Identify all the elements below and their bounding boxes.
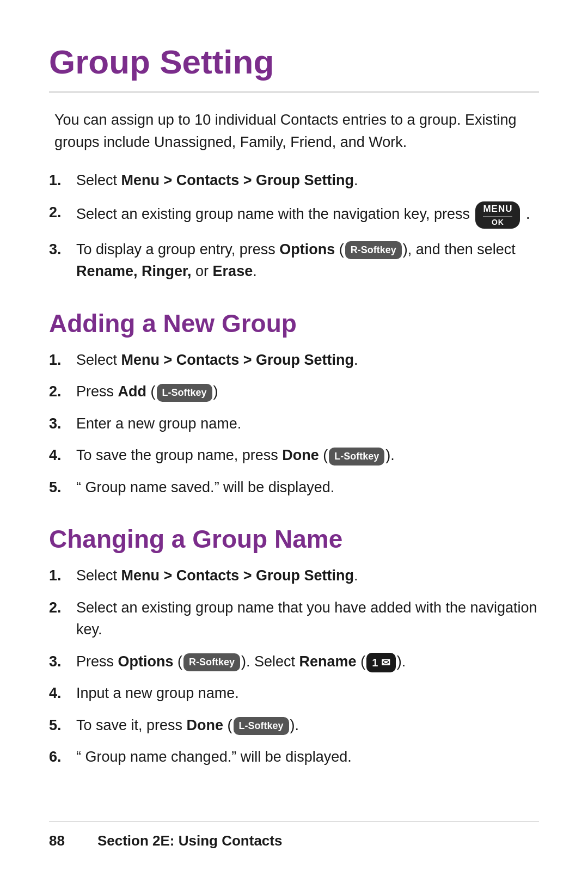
changing-step-2-num: 2. xyxy=(49,597,76,619)
step-1-bold: Menu > Contacts > Group Setting xyxy=(121,172,354,188)
adding-step-4-done: Done xyxy=(282,447,319,463)
step-3: 3. To display a group entry, press Optio… xyxy=(49,238,539,283)
adding-step-1-content: Select Menu > Contacts > Group Setting. xyxy=(76,349,539,371)
page-title: Group Setting xyxy=(49,44,539,81)
title-divider xyxy=(49,91,539,93)
changing-step-5-content: To save it, press Done (L-Softkey). xyxy=(76,714,539,737)
step-1: 1. Select Menu > Contacts > Group Settin… xyxy=(49,169,539,192)
changing-step-2-content: Select an existing group name that you h… xyxy=(76,597,539,641)
lsoftkey-badge-2: L-Softkey xyxy=(329,448,384,465)
changing-step-4-num: 4. xyxy=(49,682,76,705)
changing-step-6-content: “ Group name changed.” will be displayed… xyxy=(76,746,539,768)
step-2-num: 2. xyxy=(49,201,76,224)
adding-step-4-content: To save the group name, press Done (L-So… xyxy=(76,444,539,467)
adding-step-3-num: 3. xyxy=(49,413,76,435)
adding-step-2: 2. Press Add (L-Softkey) xyxy=(49,381,539,403)
changing-step-3-options: Options xyxy=(118,653,174,670)
page-container: Group Setting You can assign up to 10 in… xyxy=(0,0,588,882)
step-1-num: 1. xyxy=(49,169,76,192)
step-3-erase: Erase xyxy=(213,263,253,279)
changing-step-3-content: Press Options (R-Softkey). Select Rename… xyxy=(76,651,539,673)
adding-step-5: 5. “ Group name saved.” will be displaye… xyxy=(49,476,539,499)
changing-step-1-content: Select Menu > Contacts > Group Setting. xyxy=(76,565,539,587)
adding-step-4: 4. To save the group name, press Done (L… xyxy=(49,444,539,467)
changing-step-6-num: 6. xyxy=(49,746,76,768)
adding-step-2-num: 2. xyxy=(49,381,76,403)
adding-step-2-content: Press Add (L-Softkey) xyxy=(76,381,539,403)
changing-step-2: 2. Select an existing group name that yo… xyxy=(49,597,539,641)
adding-step-3-content: Enter a new group name. xyxy=(76,413,539,435)
main-steps-list: 1. Select Menu > Contacts > Group Settin… xyxy=(49,169,539,292)
menu-ok-badge: MENUOK xyxy=(475,201,520,229)
lsoftkey-badge-1: L-Softkey xyxy=(157,384,212,402)
rsoftkey-badge-2: R-Softkey xyxy=(183,653,240,671)
one-badge: 1 ✉ xyxy=(366,653,396,672)
rsoftkey-badge-1: R-Softkey xyxy=(345,241,402,259)
adding-steps-list: 1. Select Menu > Contacts > Group Settin… xyxy=(49,349,539,509)
page-footer: 88 Section 2E: Using Contacts xyxy=(49,821,539,849)
adding-step-1-num: 1. xyxy=(49,349,76,371)
changing-step-6: 6. “ Group name changed.” will be displa… xyxy=(49,746,539,768)
changing-step-5-done: Done xyxy=(187,717,224,733)
lsoftkey-badge-3: L-Softkey xyxy=(234,717,289,735)
step-2: 2. Select an existing group name with th… xyxy=(49,201,539,229)
changing-steps-list: 1. Select Menu > Contacts > Group Settin… xyxy=(49,565,539,778)
step-2-content: Select an existing group name with the n… xyxy=(76,201,539,229)
adding-step-2-add: Add xyxy=(118,383,146,400)
changing-step-3: 3. Press Options (R-Softkey). Select Ren… xyxy=(49,651,539,673)
adding-step-1: 1. Select Menu > Contacts > Group Settin… xyxy=(49,349,539,371)
changing-step-1-num: 1. xyxy=(49,565,76,587)
footer-page-number: 88 xyxy=(49,832,65,849)
step-3-options-list: Rename, Ringer, xyxy=(76,263,192,279)
footer-section-label: Section 2E: Using Contacts xyxy=(97,832,283,849)
adding-step-5-num: 5. xyxy=(49,476,76,499)
changing-step-4: 4. Input a new group name. xyxy=(49,682,539,705)
step-3-options: Options xyxy=(279,241,335,258)
step-1-content: Select Menu > Contacts > Group Setting. xyxy=(76,169,539,192)
changing-step-5: 5. To save it, press Done (L-Softkey). xyxy=(49,714,539,737)
changing-step-4-content: Input a new group name. xyxy=(76,682,539,705)
adding-step-4-num: 4. xyxy=(49,444,76,467)
changing-step-5-num: 5. xyxy=(49,714,76,737)
changing-step-1-bold: Menu > Contacts > Group Setting xyxy=(121,567,354,584)
intro-text: You can assign up to 10 individual Conta… xyxy=(49,109,539,153)
changing-step-3-rename: Rename xyxy=(299,653,357,670)
adding-step-1-bold: Menu > Contacts > Group Setting xyxy=(121,352,354,368)
step-3-num: 3. xyxy=(49,238,76,261)
step-3-content: To display a group entry, press Options … xyxy=(76,238,539,283)
adding-section-title: Adding a New Group xyxy=(49,309,539,338)
adding-step-3: 3. Enter a new group name. xyxy=(49,413,539,435)
changing-section-title: Changing a Group Name xyxy=(49,524,539,554)
changing-step-1: 1. Select Menu > Contacts > Group Settin… xyxy=(49,565,539,587)
changing-step-3-num: 3. xyxy=(49,651,76,673)
adding-step-5-content: “ Group name saved.” will be displayed. xyxy=(76,476,539,499)
